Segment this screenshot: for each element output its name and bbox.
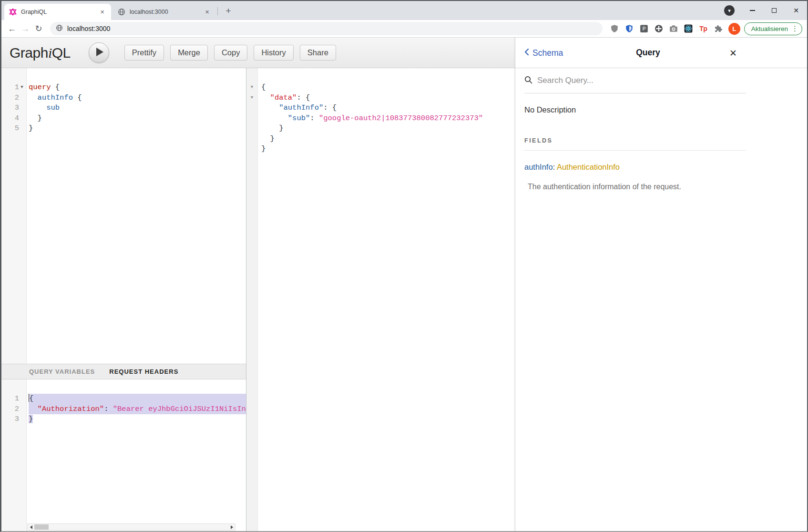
query-editor-code[interactable]: query { authInfo { sub }} <box>27 68 246 364</box>
code-line: { <box>29 394 246 404</box>
code-line: } <box>261 144 515 154</box>
result-json: { "data": { "authInfo": { "sub": "google… <box>258 68 515 531</box>
tab-title: GraphiQL <box>21 9 98 15</box>
headers-editor-code[interactable]: { "Authorization": "Bearer eyJhbGciOiJSU… <box>27 379 246 531</box>
line-number: 4 <box>15 113 19 124</box>
window-controls: ▾ ✕ <box>724 1 807 20</box>
field-description: The authentication information of the re… <box>528 183 746 191</box>
fold-arrow-icon[interactable]: ▼ <box>19 82 25 93</box>
code-line: } <box>29 414 246 425</box>
doc-explorer-header: Schema Query ✕ <box>515 38 807 68</box>
scrollbar-right-arrow-icon[interactable] <box>228 524 235 530</box>
field-name-link[interactable]: authInfo <box>524 163 553 171</box>
gutter-row: ▼ <box>246 82 257 93</box>
address-bar[interactable]: localhost:3000 <box>50 22 603 35</box>
horizontal-scrollbar[interactable] <box>27 523 235 531</box>
browser-tab-strip: GraphiQL ✕ localhost:3000 ✕ + ▾ ✕ <box>1 1 807 20</box>
gutter-row: 3 <box>1 414 26 425</box>
code-line: query { <box>29 82 246 93</box>
code-line: { <box>261 82 515 93</box>
site-globe-icon <box>56 24 63 33</box>
gutter-row: 2 <box>1 93 26 103</box>
scrollbar-thumb[interactable] <box>34 524 49 530</box>
gutter-row: ▼ <box>246 93 257 103</box>
ublock-icon[interactable] <box>609 23 620 34</box>
line-number: 2 <box>15 404 19 415</box>
gutter-row <box>246 113 257 124</box>
scrollbar-left-arrow-icon[interactable] <box>28 524 34 530</box>
profile-avatar[interactable]: L <box>728 23 740 35</box>
reload-button[interactable]: ↻ <box>32 22 45 35</box>
history-button[interactable]: History <box>254 45 293 61</box>
tab-title: localhost:3000 <box>130 9 203 15</box>
code-line: authInfo { <box>29 93 246 103</box>
camera-icon[interactable] <box>668 23 679 34</box>
query-editor-gutter: 1▼2345 <box>1 68 27 364</box>
new-tab-button[interactable]: + <box>222 5 235 17</box>
doc-search-input[interactable] <box>537 76 746 85</box>
aktualisieren-button[interactable]: Aktualisieren ⋮ <box>744 22 802 35</box>
type-description: No Description <box>524 105 746 114</box>
tab-graphiql[interactable]: GraphiQL ✕ <box>4 4 111 20</box>
fold-arrow-icon[interactable]: ▼ <box>251 82 253 93</box>
p-extension-icon[interactable]: P <box>639 23 650 34</box>
fold-arrow-icon[interactable]: ▼ <box>251 93 253 103</box>
request-headers-editor[interactable]: 123 { "Authorization": "Bearer eyJhbGciO… <box>1 379 246 531</box>
copy-button[interactable]: Copy <box>214 45 248 61</box>
fields-heading: FIELDS <box>524 137 746 151</box>
tab-query-variables[interactable]: QUERY VARIABLES <box>29 368 95 375</box>
prettify-button[interactable]: Prettify <box>124 45 164 61</box>
line-number: 1 <box>15 394 19 404</box>
react-devtools-icon[interactable] <box>683 23 694 34</box>
line-number: 3 <box>15 414 19 425</box>
share-button[interactable]: Share <box>300 45 336 61</box>
execute-query-button[interactable] <box>89 42 109 63</box>
result-viewer: ▼▼ { "data": { "authInfo": { "sub": "goo… <box>246 68 515 531</box>
browser-toolbar: ← → ↻ localhost:3000 P <box>1 20 807 38</box>
gutter-row: 4 <box>1 113 26 124</box>
window-minimize-button[interactable] <box>741 1 763 20</box>
secondary-editor-tabs: QUERY VARIABLES REQUEST HEADERS <box>1 364 246 379</box>
bitwarden-icon[interactable] <box>624 23 635 34</box>
gutter-row <box>246 134 257 144</box>
editors-area: 1▼2345 query { authInfo { sub }} QUERY V… <box>1 68 515 531</box>
code-line: "data": { <box>261 93 515 103</box>
headers-editor-gutter: 123 <box>1 379 27 531</box>
window-close-button[interactable]: ✕ <box>785 1 807 20</box>
doc-explorer-body: No Description FIELDS authInfo: Authenti… <box>515 93 807 191</box>
browser-update-icon[interactable]: ▾ <box>724 5 735 16</box>
code-line: } <box>29 123 246 134</box>
gutter-row: 1 <box>1 394 26 404</box>
tab-localhost[interactable]: localhost:3000 ✕ <box>113 4 216 20</box>
extensions-puzzle-icon[interactable] <box>713 23 724 34</box>
tampermonkey-icon[interactable]: Tp <box>698 23 709 34</box>
result-fold-gutter: ▼▼ <box>246 68 258 531</box>
kebab-menu-icon[interactable]: ⋮ <box>791 24 798 33</box>
code-line: "Authorization": "Bearer eyJhbGciOiJSUzI… <box>29 404 246 415</box>
globe-icon <box>118 8 125 16</box>
gutter-row: 2 <box>1 404 26 415</box>
search-icon <box>524 76 532 86</box>
code-line: } <box>29 113 246 124</box>
tab-request-headers[interactable]: REQUEST HEADERS <box>109 368 178 375</box>
tab-close-icon[interactable]: ✕ <box>203 8 211 16</box>
move-cross-icon[interactable] <box>654 23 665 34</box>
window-maximize-button[interactable] <box>763 1 785 20</box>
play-icon <box>94 48 103 58</box>
gutter-row <box>246 123 257 134</box>
query-editor[interactable]: 1▼2345 query { authInfo { sub }} <box>1 68 246 364</box>
doc-close-icon[interactable]: ✕ <box>729 38 737 68</box>
code-line: } <box>261 123 515 134</box>
url-text: localhost:3000 <box>67 25 110 32</box>
gutter-row: 5 <box>1 123 26 134</box>
browser-window: GraphiQL ✕ localhost:3000 ✕ + ▾ ✕ ← → ↻ … <box>0 0 808 532</box>
field-row: authInfo: AuthenticationInfo <box>524 163 746 172</box>
merge-button[interactable]: Merge <box>170 45 208 61</box>
back-button[interactable]: ← <box>5 22 19 35</box>
tab-close-icon[interactable]: ✕ <box>98 8 106 16</box>
tab-separator <box>217 7 218 15</box>
aktualisieren-label: Aktualisieren <box>751 25 788 32</box>
gutter-row: 3 <box>1 103 26 113</box>
forward-button[interactable]: → <box>19 22 32 35</box>
field-type-link[interactable]: AuthenticationInfo <box>557 163 620 171</box>
